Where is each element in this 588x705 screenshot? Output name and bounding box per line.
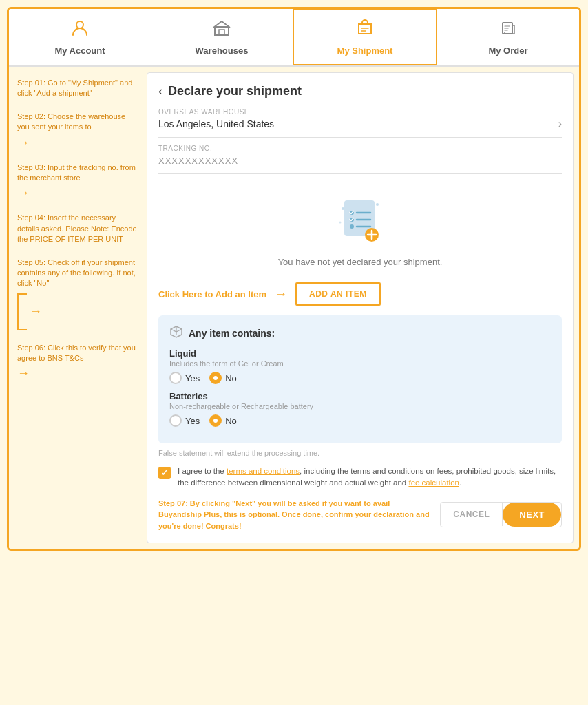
tab-warehouses-label: Warehouses <box>196 45 249 56</box>
step05-block: Step 05: Check off if your shipment cont… <box>17 257 138 330</box>
tab-warehouses[interactable]: Warehouses <box>151 9 293 65</box>
terms-row: ✓ I agree to the terms and conditions, i… <box>158 465 562 490</box>
order-icon <box>498 19 518 43</box>
main-layout: Step 01: Go to "My Shipment" and click "… <box>9 67 579 549</box>
terms-link2[interactable]: fee calculation <box>408 478 459 487</box>
terms-text-3: . <box>459 478 461 487</box>
step01-text: Step 01: Go to "My Shipment" and click "… <box>17 78 138 99</box>
declare-title: Declare your shipment <box>168 84 302 98</box>
step03-arrow: → <box>17 186 30 200</box>
batteries-no-label: No <box>225 416 237 426</box>
svg-point-16 <box>339 222 342 224</box>
tab-my-account-label: My Account <box>54 45 105 56</box>
terms-text-1: I agree to the <box>178 467 227 475</box>
svg-point-9 <box>350 224 354 229</box>
liquid-yes-label: Yes <box>185 373 200 383</box>
overseas-warehouse-section[interactable]: OVERSEAS WAREHOUSE Los Angeles, United S… <box>158 108 562 138</box>
liquid-no-option[interactable]: No <box>209 372 237 384</box>
terms-text: I agree to the terms and conditions, inc… <box>178 465 562 490</box>
step04-text: Step 04: Insert the necessary details as… <box>17 213 138 244</box>
checkmark-icon: ✓ <box>161 468 168 478</box>
liquid-no-label: No <box>225 373 237 383</box>
add-item-arrow: → <box>275 287 287 302</box>
tab-my-account[interactable]: My Account <box>9 9 151 65</box>
cancel-button[interactable]: CANCEL <box>441 503 503 526</box>
tracking-value: XXXXXXXXXXXX <box>158 156 238 166</box>
step06-arrow: → <box>17 366 30 381</box>
svg-point-14 <box>342 207 344 210</box>
svg-point-0 <box>76 21 83 28</box>
empty-text: You have not yet declared your shipment. <box>278 257 443 267</box>
terms-link1[interactable]: terms and conditions <box>227 467 300 475</box>
tab-my-order[interactable]: My Order <box>437 9 579 65</box>
batteries-radio-group: Yes No <box>169 414 551 427</box>
step07-text: Step 07: By clicking "Next" you will be … <box>158 498 440 532</box>
click-here-text: Click Here to Add an Item <box>158 289 266 299</box>
batteries-label: Batteries <box>169 391 551 401</box>
declare-header: ‹ Declare your shipment <box>158 84 562 98</box>
liquid-yes-option[interactable]: Yes <box>169 372 200 384</box>
checklist-icon <box>336 195 384 250</box>
step02-text: Step 02: Choose the warehouse you sent y… <box>17 112 138 133</box>
add-item-button[interactable]: ADD AN ITEM <box>295 282 381 306</box>
bottom-row: Step 07: By clicking "Next" you will be … <box>158 498 562 532</box>
step06-text: Step 06: Click this to verify that you a… <box>17 343 138 364</box>
terms-checkbox[interactable]: ✓ <box>158 467 171 479</box>
tab-my-shipment-label: My Shipment <box>337 45 393 56</box>
step01-block: Step 01: Go to "My Shipment" and click "… <box>17 78 138 99</box>
batteries-yes-option[interactable]: Yes <box>169 414 200 427</box>
overseas-chevron-icon: › <box>558 118 562 130</box>
sidebar-instructions: Step 01: Go to "My Shipment" and click "… <box>9 67 147 549</box>
warehouse-icon <box>212 19 231 43</box>
step05-text: Step 05: Check off if your shipment cont… <box>17 257 138 289</box>
batteries-no-radio[interactable] <box>209 414 222 427</box>
step02-block: Step 02: Choose the warehouse you sent y… <box>17 112 138 150</box>
overseas-label: OVERSEAS WAREHOUSE <box>158 108 562 116</box>
step05-arrow: → <box>30 304 42 319</box>
btn-group: CANCEL NEXT <box>440 502 562 527</box>
batteries-row: Batteries Non-rechargeable or Rechargeab… <box>169 391 551 427</box>
liquid-row: Liquid Includes the form of Gel or Cream… <box>169 348 551 384</box>
content-area: ‹ Declare your shipment OVERSEAS WAREHOU… <box>147 72 574 543</box>
contains-title: Any item contains: <box>189 328 275 339</box>
step05-bracket <box>17 293 27 330</box>
overseas-value: Los Angeles, United States <box>158 118 274 129</box>
tab-my-order-label: My Order <box>488 45 527 56</box>
svg-point-15 <box>376 203 379 206</box>
batteries-desc: Non-rechargeable or Rechargeable battery <box>169 402 551 410</box>
step06-block: Step 06: Click this to verify that you a… <box>17 343 138 381</box>
batteries-yes-radio[interactable] <box>169 414 182 427</box>
back-button[interactable]: ‹ <box>158 84 162 98</box>
add-item-row: Click Here to Add an Item → ADD AN ITEM <box>158 282 562 306</box>
step03-block: Step 03: Input the tracking no. from the… <box>17 162 138 201</box>
batteries-no-option[interactable]: No <box>209 414 237 427</box>
svg-rect-2 <box>219 30 224 35</box>
contains-header: Any item contains: <box>169 325 551 341</box>
svg-rect-1 <box>215 27 229 35</box>
liquid-desc: Includes the form of Gel or Cream <box>169 359 551 368</box>
batteries-yes-label: Yes <box>185 416 200 426</box>
false-statement: False statement will extend the processi… <box>158 449 562 457</box>
liquid-radio-group: Yes No <box>169 372 551 384</box>
tracking-section: TRACKING NO. XXXXXXXXXXXX <box>158 145 562 174</box>
account-icon <box>70 19 90 43</box>
box-cube-icon <box>169 325 183 341</box>
liquid-no-radio[interactable] <box>209 372 222 384</box>
next-button[interactable]: NEXT <box>503 503 561 527</box>
outer-container: My Account Warehouses My Shipment <box>7 7 581 551</box>
nav-tabs: My Account Warehouses My Shipment <box>9 9 579 67</box>
tracking-label: TRACKING NO. <box>158 145 562 152</box>
empty-state: You have not yet declared your shipment. <box>158 181 562 282</box>
contains-box: Any item contains: Liquid Includes the f… <box>158 315 562 443</box>
step03-text: Step 03: Input the tracking no. from the… <box>17 162 138 184</box>
liquid-yes-radio[interactable] <box>169 372 182 384</box>
shipment-icon <box>355 19 375 43</box>
step04-block: Step 04: Insert the necessary details as… <box>17 213 138 244</box>
tab-my-shipment[interactable]: My Shipment <box>293 9 437 65</box>
step02-arrow: → <box>17 136 30 150</box>
liquid-label: Liquid <box>169 348 551 359</box>
